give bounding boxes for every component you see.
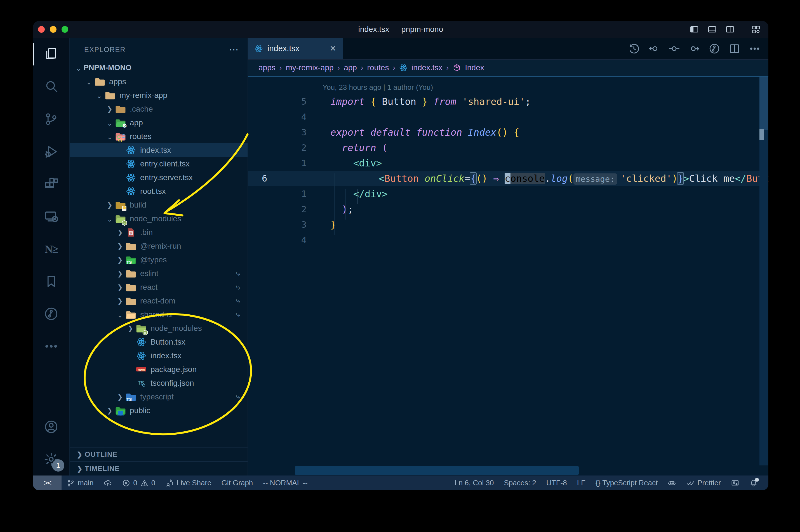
tree-item-index-tsx[interactable]: index.tsx [70, 143, 248, 157]
more-actions-icon[interactable] [749, 43, 761, 55]
split-editor-icon[interactable] [729, 43, 740, 55]
status-git-branch[interactable]: main [61, 475, 98, 490]
status-cursor-position[interactable]: Ln 6, Col 30 [450, 475, 499, 490]
tree-item-pnpm-mono[interactable]: ⌄PNPM-MONO [70, 61, 248, 75]
code-line[interactable]: 2 ); [248, 202, 768, 217]
file-history-icon[interactable] [628, 43, 640, 55]
status-encoding[interactable]: UTF-8 [541, 475, 572, 490]
node-modules-folder-icon: js [115, 214, 127, 224]
open-changes-previous-icon[interactable] [648, 43, 660, 55]
activity-accounts[interactable] [33, 411, 69, 443]
toggle-primary-sidebar-icon[interactable] [689, 25, 700, 34]
breadcrumb-item[interactable]: my-remix-app [286, 63, 334, 72]
tree-item-tsconfig-json[interactable]: TStsconfig.json [70, 376, 248, 390]
activity-more-views[interactable] [33, 330, 69, 362]
status-vim-mode[interactable]: -- NORMAL -- [258, 475, 312, 490]
customize-layout-icon[interactable] [750, 25, 761, 34]
files-icon [44, 47, 59, 62]
activity-run-debug[interactable] [33, 135, 69, 168]
tree-item-entry-server-tsx[interactable]: entry.server.tsx [70, 171, 248, 184]
tree-item--types[interactable]: ❯TS@types [70, 253, 248, 267]
tree-item--cache[interactable]: ❯.cache [70, 102, 248, 116]
panel-timeline[interactable]: ❯TIMELINE [70, 461, 248, 475]
code-line[interactable]: 3} [248, 217, 768, 232]
status-git-graph[interactable]: Git Graph [216, 475, 258, 490]
activity-extensions[interactable] [33, 168, 69, 200]
activity-search[interactable] [33, 71, 69, 103]
tree-item-build[interactable]: ❯build [70, 198, 248, 212]
status-copilot[interactable] [663, 475, 681, 490]
tree-item-my-remix-app[interactable]: ⌄my-remix-app [70, 89, 248, 102]
open-changes-icon[interactable] [668, 43, 680, 55]
activity-source-control[interactable] [33, 103, 69, 135]
tree-item--bin[interactable]: ❯0110.bin [70, 225, 248, 239]
vertical-scrollbar[interactable] [759, 77, 768, 466]
activity-settings[interactable]: 1 [33, 443, 69, 475]
status-indentation[interactable]: Spaces: 2 [499, 475, 541, 490]
status-notifications[interactable] [744, 475, 763, 490]
tree-item-app[interactable]: ⌄⚙app [70, 116, 248, 130]
gitlens-graph-icon[interactable] [708, 43, 720, 55]
tree-item-index-tsx[interactable]: index.tsx [70, 349, 248, 362]
tree-item-public[interactable]: ❯👤👤public [70, 404, 248, 417]
status-label: Live Share [176, 479, 211, 487]
desktop: { "window": { "title": "index.tsx — pnpm… [0, 0, 800, 532]
tree-item-apps[interactable]: ⌄apps [70, 75, 248, 89]
breadcrumb: apps›my-remix-app›app›routes›index.tsx›I… [248, 60, 768, 77]
breadcrumb-item[interactable]: routes [367, 63, 389, 72]
tree-item-eslint[interactable]: ❯eslint⤷ [70, 267, 248, 280]
status-remote-indicator[interactable]: >< [33, 475, 61, 490]
tree-item--remix-run[interactable]: ❯@remix-run [70, 239, 248, 253]
status-prettier[interactable]: Prettier [681, 475, 726, 490]
status-eol[interactable]: LF [572, 475, 590, 490]
code-editor[interactable]: You, 23 hours ago | 1 author (You) 5impo… [248, 77, 768, 475]
status-publish[interactable] [98, 475, 117, 490]
status-bar-right: Ln 6, Col 30Spaces: 2UTF-8LF{} TypeScrip… [450, 475, 768, 490]
tree-item-react-dom[interactable]: ❯react-dom⤷ [70, 294, 248, 308]
chevron-right-icon: ❯ [104, 105, 115, 113]
tree-item-typescript[interactable]: ❯TStypescript⤷ [70, 390, 248, 404]
breadcrumb-item[interactable]: apps [259, 63, 275, 72]
code-line-current[interactable]: 6 <Button onClick={() ⇒ console.log(mess… [248, 171, 768, 186]
vertical-scrollbar-thumb[interactable] [759, 77, 768, 130]
tree-item-label: @remix-run [140, 242, 181, 251]
open-changes-next-icon[interactable] [688, 43, 700, 55]
activity-bookmarks[interactable] [33, 265, 69, 298]
toggle-secondary-sidebar-icon[interactable] [725, 25, 736, 34]
tree-item-react[interactable]: ❯react⤷ [70, 280, 248, 294]
breadcrumb-item[interactable]: app [344, 63, 357, 72]
code-line[interactable]: 1 </div> [248, 186, 768, 202]
status-problems[interactable]: 00 [117, 475, 160, 490]
code-line[interactable]: 4 [248, 109, 768, 125]
tree-item-package-json[interactable]: npmpackage.json [70, 362, 248, 376]
activity-gitlens[interactable] [33, 298, 69, 330]
code-line[interactable]: 1 <div> [248, 155, 768, 171]
activity-explorer[interactable] [33, 38, 69, 71]
status-live-share[interactable]: Live Share [160, 475, 216, 490]
panel-outline[interactable]: ❯OUTLINE [70, 447, 248, 461]
horizontal-scrollbar[interactable] [295, 466, 579, 475]
code-line[interactable]: 4 [248, 232, 768, 248]
code-line[interactable]: 3export default function Index() { [248, 125, 768, 140]
activity-remote-explorer[interactable] [33, 200, 69, 233]
tab-index-tsx[interactable]: index.tsx ✕ [248, 38, 343, 59]
status-language-mode[interactable]: {} TypeScript React [590, 475, 663, 490]
breadcrumb-item[interactable]: index.tsx [412, 63, 442, 72]
tree-item-root-tsx[interactable]: root.tsx [70, 184, 248, 198]
activity-nx-console[interactable]: N≥ [33, 233, 69, 265]
status-feedback[interactable] [726, 475, 744, 490]
tree-item-button-tsx[interactable]: Button.tsx [70, 335, 248, 349]
code-line[interactable]: 5import { Button } from 'shared-ui'; [248, 94, 768, 109]
gitlens-blame-annotation[interactable]: You, 23 hours ago | 1 author (You) [248, 80, 768, 94]
chevron-right-icon: ❯ [75, 451, 85, 458]
breadcrumb-item[interactable]: Index [465, 63, 484, 72]
tree-item-node-modules[interactable]: ❯jsnode_modules [70, 321, 248, 335]
tree-item-node-modules[interactable]: ⌄jsnode_modules [70, 212, 248, 225]
tree-item-entry-client-tsx[interactable]: entry.client.tsx [70, 157, 248, 171]
tree-item-routes[interactable]: ⌄routes [70, 130, 248, 143]
sidebar-more-actions-icon[interactable]: ⋯ [229, 44, 239, 55]
toggle-panel-icon[interactable] [707, 25, 718, 34]
code-line[interactable]: 2 return ( [248, 140, 768, 155]
close-tab-icon[interactable]: ✕ [330, 44, 336, 53]
tree-item-shared-ui[interactable]: ⌄shared-ui⤷ [70, 308, 248, 321]
